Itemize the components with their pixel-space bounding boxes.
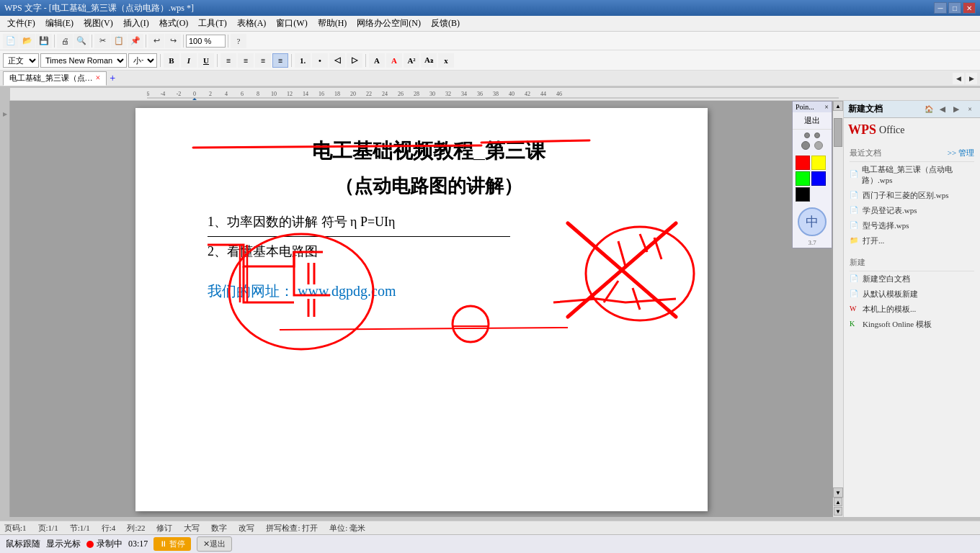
new-tab-button[interactable]: +	[110, 73, 115, 84]
menu-edit[interactable]: 编辑(E)	[41, 16, 78, 31]
menu-help[interactable]: 帮助(H)	[313, 16, 352, 31]
menu-insert[interactable]: 插入(I)	[119, 16, 153, 31]
maximize-button[interactable]: □	[948, 2, 961, 14]
ruler-marks: -6 -4 -2 0 2 4 6 8 10 12 14 16 18 20 22 …	[147, 88, 839, 100]
page-title-line1: 电工基础视频教程_第三课	[193, 137, 664, 165]
superscript-button[interactable]: A²	[404, 53, 419, 68]
help-button[interactable]: ?	[231, 34, 246, 48]
copy-button[interactable]: 📋	[111, 34, 127, 48]
recent-item-1[interactable]: 📄 西门子和三菱的区别.wps	[850, 188, 974, 203]
scroll-up2-button[interactable]: ▲	[834, 498, 842, 506]
new-item-3[interactable]: K Kingsoft Online 模板	[850, 317, 974, 332]
align-right-button[interactable]: ≡	[255, 53, 271, 68]
align-center-button[interactable]: ≡	[238, 53, 254, 68]
document-area[interactable]: 电工基础视频教程_第三课 （点动电路图的讲解） 1、功率因数的讲解 符号 η P…	[10, 101, 833, 517]
menu-format[interactable]: 格式(O)	[155, 16, 193, 31]
new-item-0[interactable]: 📄 新建空白文档	[850, 271, 974, 287]
color-blue[interactable]	[811, 171, 826, 186]
recent-item-3[interactable]: 📄 型号选择.wps	[850, 218, 974, 233]
panel-home-icon[interactable]: 🏠	[923, 104, 935, 115]
font-size-select[interactable]: 小一	[128, 53, 157, 68]
point-dot-large[interactable]	[801, 141, 810, 150]
item1-text: 1、功率因数的讲解 符号 η P=UIη	[208, 215, 395, 229]
panel-forward-icon[interactable]: ▶	[950, 104, 962, 115]
numbering-button[interactable]: 1.	[295, 53, 311, 68]
new-item-1[interactable]: 📄 从默认模板新建	[850, 287, 974, 302]
menu-table[interactable]: 表格(A)	[233, 16, 271, 31]
point-dot-xlarge[interactable]	[814, 141, 823, 150]
document-tab-active[interactable]: 电工基础_第三课（点… ×	[3, 71, 107, 86]
item2-text: 2、看懂基本电路图	[208, 244, 318, 258]
menu-tools[interactable]: 工具(T)	[194, 16, 231, 31]
pause-button[interactable]: ⏸ 暂停	[153, 537, 191, 551]
tab-close-button[interactable]: ×	[96, 73, 101, 84]
zoom-input[interactable]	[186, 35, 226, 48]
new-button[interactable]: 📄	[3, 34, 19, 48]
show-cursor-toggle[interactable]: 显示光标	[46, 538, 81, 550]
point-panel-close[interactable]: ×	[824, 103, 829, 111]
bold-button[interactable]: B	[164, 53, 179, 68]
recent-item-0[interactable]: 📄 电工基础_第三课（点动电路）.wps	[850, 162, 974, 188]
scroll-down-button[interactable]: ▼	[833, 487, 843, 498]
menu-feedback[interactable]: 反馈(B)	[427, 16, 464, 31]
underline-button[interactable]: U	[198, 53, 214, 68]
recent-item-4[interactable]: 📁 打开...	[850, 233, 974, 248]
sep1	[54, 35, 55, 48]
recent-item-label-3: 型号选择.wps	[863, 220, 909, 231]
scroll-track[interactable]	[833, 111, 843, 487]
font-color-button[interactable]: A	[386, 53, 402, 68]
open-button[interactable]: 📂	[19, 34, 35, 48]
bullets-button[interactable]: •	[312, 53, 328, 68]
font-name-select[interactable]: Times New Roman	[40, 53, 127, 68]
indent-decrease-button[interactable]: ◁	[329, 53, 345, 68]
tab-scroll-left[interactable]: ◀	[953, 73, 964, 84]
new-item-2[interactable]: W 本机上的模板...	[850, 302, 974, 317]
svg-text:24: 24	[382, 91, 388, 97]
svg-marker-28	[192, 98, 197, 101]
save-button[interactable]: 💾	[36, 34, 52, 48]
scroll-arrows-group: ▲ ▼	[834, 498, 842, 517]
subscript-button[interactable]: A₂	[421, 53, 437, 68]
vertical-scrollbar[interactable]: ▲ ▼ ▲ ▼	[833, 101, 843, 517]
main-area: ▶ 电工基础视频教程_第三课 （点动电路图的讲解） 1、功率因数的讲解 符号 η…	[0, 101, 980, 517]
scroll-up-button[interactable]: ▲	[833, 101, 843, 111]
color-red[interactable]	[796, 156, 810, 170]
panel-header-icons: 🏠 ◀ ▶ ×	[923, 104, 976, 115]
style-select[interactable]: 正文	[3, 53, 39, 68]
panel-close-icon[interactable]: ×	[964, 104, 976, 115]
menu-network[interactable]: 网络办公空间(N)	[352, 16, 425, 31]
recording-label: 录制中	[97, 538, 122, 550]
undo-button[interactable]: ↩	[148, 34, 164, 48]
color-black[interactable]	[796, 187, 810, 202]
print-button[interactable]: 🖨	[57, 34, 73, 48]
point-exit-button[interactable]: 退出	[793, 112, 832, 130]
scroll-thumb[interactable]	[834, 118, 842, 147]
align-left-button[interactable]: ≡	[220, 53, 236, 68]
paste-button[interactable]: 📌	[128, 34, 143, 48]
panel-back-icon[interactable]: ◀	[937, 104, 948, 115]
indent-increase-button[interactable]: ▷	[347, 53, 362, 68]
minimize-button[interactable]: ─	[934, 2, 947, 14]
cursor-follow-toggle[interactable]: 鼠标跟随	[6, 538, 40, 550]
align-justify-button[interactable]: ≡	[272, 53, 288, 68]
color-green[interactable]	[796, 171, 810, 186]
highlight-button[interactable]: A	[369, 53, 385, 68]
menu-file[interactable]: 文件(F)	[3, 16, 40, 31]
menu-window[interactable]: 窗口(W)	[272, 16, 311, 31]
ruler: -6 -4 -2 0 2 4 6 8 10 12 14 16 18 20 22 …	[10, 88, 980, 101]
menu-view[interactable]: 视图(V)	[79, 16, 117, 31]
italic-button[interactable]: I	[181, 53, 197, 68]
color-yellow[interactable]	[811, 156, 826, 170]
point-dot-medium[interactable]	[814, 132, 820, 138]
tab-scroll-right[interactable]: ▶	[966, 73, 977, 84]
close-button[interactable]: ✕	[963, 2, 976, 14]
recent-item-2[interactable]: 📄 学员登记表.wps	[850, 203, 974, 218]
cut-button[interactable]: ✂	[94, 34, 110, 48]
scroll-down2-button[interactable]: ▼	[834, 507, 842, 516]
exit-record-button[interactable]: ✕退出	[197, 536, 232, 552]
manage-link[interactable]: >> 管理	[948, 148, 974, 158]
preview-button[interactable]: 🔍	[74, 34, 89, 48]
redo-button[interactable]: ↪	[165, 34, 181, 48]
strikethrough-button[interactable]: x	[438, 53, 454, 68]
point-dot-small[interactable]	[804, 132, 810, 138]
